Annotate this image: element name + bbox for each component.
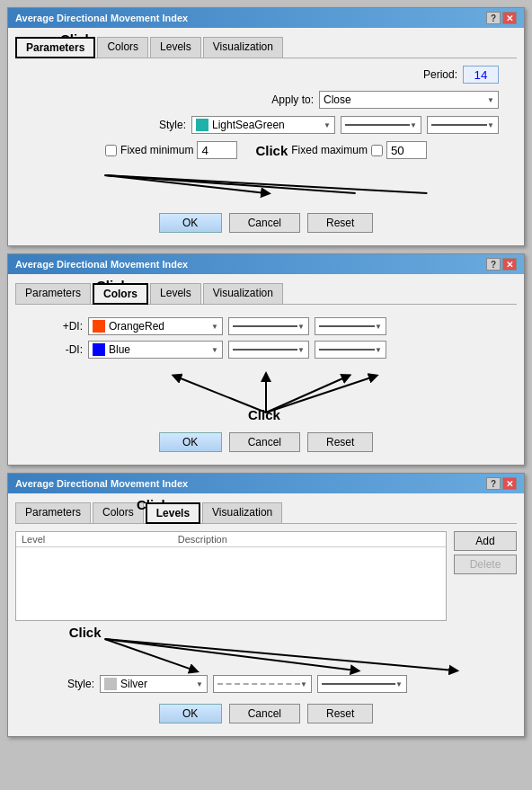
di-minus-line-width-dropdown[interactable]: ▼ <box>315 341 386 359</box>
tab-parameters-3[interactable]: Parameters <box>15 502 91 523</box>
di-minus-line-preview <box>233 349 297 351</box>
di-minus-color-name: Blue <box>109 343 130 356</box>
line-width-dropdown-1[interactable]: ▼ <box>427 116 499 134</box>
di-plus-line-width-dropdown[interactable]: ▼ <box>315 317 386 335</box>
tab-levels-1[interactable]: Levels <box>150 37 201 58</box>
level-color-name: Silver <box>120 678 147 690</box>
di-plus-line-preview <box>233 325 297 327</box>
close-button-2[interactable]: ✕ <box>502 258 517 271</box>
tab-visualization-2[interactable]: Visualization <box>203 283 283 304</box>
ok-button-3[interactable]: OK <box>159 704 222 723</box>
di-plus-line-arrow-icon: ▼ <box>297 323 305 331</box>
period-input[interactable]: 14 <box>463 66 499 84</box>
level-line-width-dropdown[interactable]: ▼ <box>317 675 407 693</box>
table-row <box>16 547 446 552</box>
level-color-swatch <box>104 678 117 690</box>
tabs-3: Parameters Colors Levels Visualization <box>15 502 517 524</box>
dialog2: Average Directional Movement Index ? ✕ C… <box>7 253 525 466</box>
cancel-button-2[interactable]: Cancel <box>229 432 300 452</box>
svg-line-11 <box>105 639 455 670</box>
level-table-area: Level Description <box>15 531 447 621</box>
add-button[interactable]: Add <box>454 531 517 551</box>
svg-text:Click: Click <box>69 625 102 640</box>
di-plus-color-name: OrangeRed <box>109 320 164 333</box>
tab-parameters-2[interactable]: Parameters <box>15 283 91 304</box>
dialog2-body: Click Parameters Colors Levels Visualiza… <box>8 274 524 465</box>
title-bar-1: Average Directional Movement Index ? ✕ <box>8 8 524 28</box>
help-button-1[interactable]: ? <box>486 12 501 24</box>
level-line-arrow-icon: ▼ <box>300 680 307 688</box>
fixed-max-group: Click Fixed maximum <box>255 141 427 159</box>
di-minus-color-dropdown[interactable]: Blue ▼ <box>88 341 223 359</box>
svg-line-10 <box>105 639 356 670</box>
title-bar-2: Average Directional Movement Index ? ✕ <box>8 254 524 274</box>
apply-arrow-icon: ▼ <box>487 96 494 104</box>
tab-parameters-1[interactable]: Parameters <box>15 37 95 58</box>
cancel-button-1[interactable]: Cancel <box>229 213 300 233</box>
fixed-min-label: Fixed minimum <box>120 144 193 156</box>
fixed-max-checkbox[interactable] <box>371 145 383 156</box>
tab-visualization-1[interactable]: Visualization <box>203 37 283 58</box>
di-minus-color-arrow-icon: ▼ <box>211 346 218 354</box>
level-side-buttons: Add Delete <box>454 531 517 621</box>
fixed-min-checkbox[interactable] <box>105 145 117 156</box>
tab-colors-2[interactable]: Colors <box>93 283 148 305</box>
help-button-2[interactable]: ? <box>486 258 501 271</box>
apply-dropdown[interactable]: Close ▼ <box>319 91 499 109</box>
col-level: Level <box>16 532 173 547</box>
tab-levels-2[interactable]: Levels <box>150 283 201 304</box>
style-label-3: Style: <box>22 678 94 690</box>
fixed-min-input[interactable] <box>197 141 237 159</box>
di-plus-line-width-preview <box>319 325 375 327</box>
fixed-max-input[interactable] <box>386 141 427 159</box>
svg-line-6 <box>266 377 374 413</box>
reset-button-2[interactable]: Reset <box>307 432 373 452</box>
style-color-name-1: LightSeaGreen <box>212 119 285 131</box>
level-table: Level Description <box>16 532 446 551</box>
line-width-preview-1 <box>431 124 487 126</box>
reset-button-3[interactable]: Reset <box>307 704 373 723</box>
di-plus-color-dropdown[interactable]: OrangeRed ▼ <box>88 317 223 335</box>
tabs-1: Parameters Colors Levels Visualization <box>15 37 517 58</box>
style-color-arrow-icon: ▼ <box>324 121 331 129</box>
help-button-3[interactable]: ? <box>486 477 501 490</box>
apply-value: Close <box>324 93 351 106</box>
tab-levels-3[interactable]: Levels <box>146 502 200 524</box>
di-plus-line-style-dropdown[interactable]: ▼ <box>228 317 309 335</box>
line-width-arrow-icon-1: ▼ <box>487 121 494 129</box>
level-line-width-arrow-icon: ▼ <box>395 680 403 688</box>
arrows-svg-2: Click <box>131 368 401 422</box>
click-annotation-1b: Click <box>255 143 288 158</box>
line-solid-preview-1 <box>345 124 410 126</box>
di-minus-color-swatch <box>93 343 105 356</box>
tab-visualization-3[interactable]: Visualization <box>202 502 282 523</box>
button-row-3: OK Cancel Reset <box>15 704 517 729</box>
style-color-dropdown-1[interactable]: LightSeaGreen ▼ <box>191 116 335 134</box>
tabs-2: Parameters Colors Levels Visualization <box>15 283 517 305</box>
button-row-2: OK Cancel Reset <box>15 432 517 457</box>
dialog3: Average Directional Movement Index ? ✕ C… <box>7 473 525 737</box>
reset-button-1[interactable]: Reset <box>307 213 373 233</box>
cancel-button-3[interactable]: Cancel <box>229 704 300 723</box>
ok-button-2[interactable]: OK <box>159 432 222 452</box>
apply-label: Apply to: <box>242 93 314 106</box>
level-line-style-dropdown[interactable]: ▼ <box>213 675 312 693</box>
line-style-dropdown-1[interactable]: ▼ <box>341 116 421 134</box>
di-plus-label: +DI: <box>51 320 83 333</box>
di-minus-line-style-dropdown[interactable]: ▼ <box>228 341 309 359</box>
close-button-3[interactable]: ✕ <box>502 477 517 490</box>
level-color-arrow-icon: ▼ <box>196 680 203 688</box>
col-description: Description <box>173 532 446 547</box>
arrows-svg-1 <box>15 166 517 202</box>
line-arrow-icon-1: ▼ <box>410 121 417 129</box>
di-minus-line-arrow-icon: ▼ <box>297 346 305 354</box>
levels-content: Level Description Add Delete <box>15 531 517 621</box>
period-label: Period: <box>386 68 457 81</box>
title-bar-3: Average Directional Movement Index ? ✕ <box>8 474 524 493</box>
ok-button-1[interactable]: OK <box>159 213 222 233</box>
tab-colors-1[interactable]: Colors <box>97 37 148 58</box>
level-color-dropdown[interactable]: Silver ▼ <box>100 675 208 693</box>
close-button-1[interactable]: ✕ <box>502 12 517 24</box>
delete-button[interactable]: Delete <box>454 555 517 574</box>
di-minus-label: -DI: <box>51 343 83 356</box>
